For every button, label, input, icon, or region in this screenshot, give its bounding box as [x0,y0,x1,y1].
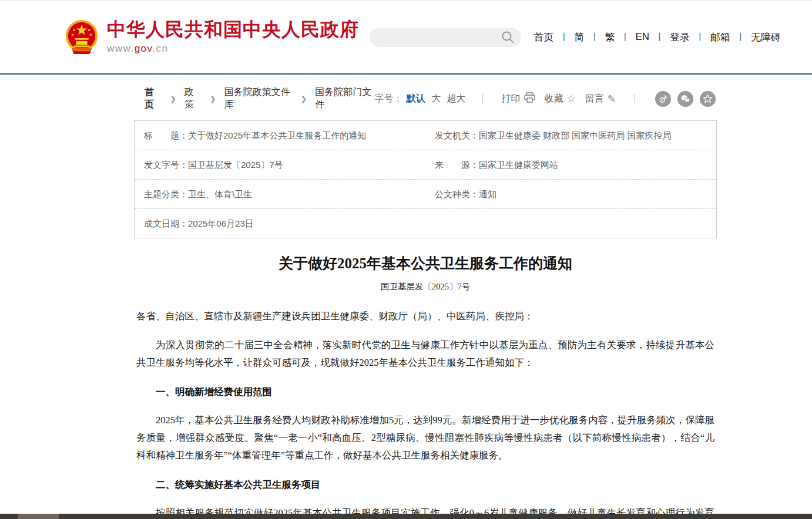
site-url: www.gov.cn [107,43,359,55]
nav-accessibility[interactable]: 无障碍 [750,31,781,44]
chevron-right-icon: ❯ [170,95,176,103]
pencil-icon: ✎ [608,93,616,105]
meta-row: 标 题：关于做好2025年基本公共卫生服务工作的通知 发文机关：国家卫生健康委 … [135,121,716,150]
article: 关于做好2025年基本公共卫生服务工作的通知 国卫基层发〔2025〕7号 各省、… [134,238,717,519]
section-heading-2: 二、统筹实施好基本公共卫生服务项目 [136,476,714,493]
meta-empty-cell [425,215,716,232]
favorite-button[interactable]: 收藏 ☆ [545,93,576,105]
paragraph-salutation: 各省、自治区、直辖市及新疆生产建设兵团卫生健康委、财政厅（局）、中医药局、疾控局… [136,308,714,325]
qzone-star-icon [703,94,713,104]
weibo-icon [658,94,668,104]
meta-doc-type-cell: 公文种类：通知 [425,180,716,208]
article-title: 关于做好2025年基本公共卫生服务工作的通知 [136,254,714,273]
share-weibo-button[interactable] [655,91,671,107]
search-icon[interactable] [501,31,514,46]
chevron-right-icon: ❯ [210,95,216,103]
nav-english[interactable]: EN [635,31,650,43]
nav-home[interactable]: 首页 [533,31,554,44]
font-size-default-button[interactable]: 默认 [407,93,425,105]
chevron-right-icon: ❯ [300,95,307,103]
document-meta-table: 标 题：关于做好2025年基本公共卫生服务工作的通知 发文机关：国家卫生健康委 … [134,120,717,238]
header-right: 首页丨简丨繁丨EN丨登录丨邮箱丨无障碍 [370,28,781,47]
main-content: 首页 ❯ 政策 ❯ 国务院政策文件库 ❯ 国务院部门文件 字号： 默认 大 超大… [134,75,717,519]
national-emblem-icon [65,19,99,55]
site-header: 中华人民共和国中央人民政府 www.gov.cn 首页丨简丨繁丨EN丨登录丨邮箱… [0,1,812,73]
share-wechat-button[interactable] [677,91,693,107]
wechat-icon [680,94,690,104]
star-icon: ☆ [567,93,576,105]
footer-top-edge [0,514,812,519]
breadcrumb: 首页 ❯ 政策 ❯ 国务院政策文件库 ❯ 国务院部门文件 [145,86,375,111]
article-doc-number: 国卫基层发〔2025〕7号 [136,281,714,292]
breadcrumb-policy[interactable]: 政策 [184,86,202,111]
search-input[interactable] [370,28,521,47]
page-toolbar: 字号： 默认 大 超大 丨 打印 收藏 ☆ 留言 [375,91,716,107]
meta-source-cell: 来 源：国家卫生健康委网站 [425,150,716,179]
share-qzone-button[interactable] [700,91,716,107]
meta-doc-number-cell: 发文字号：国卫基层发〔2025〕7号 [135,150,425,179]
print-button[interactable]: 打印 [502,92,535,106]
site-title: 中华人民共和国中央人民政府 [107,19,359,40]
nav-simplified[interactable]: 简 [573,31,585,44]
meta-issuing-agency-cell: 发文机关：国家卫生健康委 财政部 国家中医药局 国家疾控局 [425,121,716,150]
nav-mail[interactable]: 邮箱 [710,31,731,44]
breadcrumb-dept-docs[interactable]: 国务院部门文件 [315,86,374,111]
meta-row: 主题分类：卫生、体育\卫生 公文种类：通知 [135,180,716,209]
font-size-large-button[interactable]: 大 [432,93,441,105]
meta-title-cell: 标 题：关于做好2025年基本公共卫生服务工作的通知 [135,121,425,150]
meta-row: 发文字号：国卫基层发〔2025〕7号 来 源：国家卫生健康委网站 [135,150,716,180]
meta-row: 成文日期：2025年06月23日 [135,209,716,238]
article-body: 各省、自治区、直辖市及新疆生产建设兵团卫生健康委、财政厅（局）、中医药局、疾控局… [136,308,714,519]
site-logo[interactable]: 中华人民共和国中央人民政府 www.gov.cn [65,19,359,55]
font-size-xlarge-button[interactable]: 超大 [447,93,466,105]
nav-traditional[interactable]: 繁 [604,31,615,44]
nav-login[interactable]: 登录 [669,31,690,44]
site-title-block: 中华人民共和国中央人民政府 www.gov.cn [107,19,359,54]
breadcrumb-home[interactable]: 首页 [145,86,162,111]
font-size-label: 字号： [375,93,403,105]
meta-date-cell: 成文日期：2025年06月23日 [135,209,425,238]
paragraph: 为深入贯彻党的二十届三中全会精神，落实新时代党的卫生与健康工作方针中以基层为重点… [136,336,714,372]
printer-icon [524,92,535,106]
breadcrumb-toolbar-row: 首页 ❯ 政策 ❯ 国务院政策文件库 ❯ 国务院部门文件 字号： 默认 大 超大… [134,75,717,119]
meta-topic-category-cell: 主题分类：卫生、体育\卫生 [135,180,425,208]
section-heading-1: 一、明确新增经费使用范围 [136,383,714,400]
paragraph: 2025年，基本公共卫生服务经费人均财政补助标准增加5元，达到99元。新增经费用… [136,412,714,464]
top-nav: 首页丨简丨繁丨EN丨登录丨邮箱丨无障碍 [533,31,781,44]
comment-button[interactable]: 留言 ✎ [585,93,616,105]
breadcrumb-policy-library[interactable]: 国务院政策文件库 [224,86,293,111]
